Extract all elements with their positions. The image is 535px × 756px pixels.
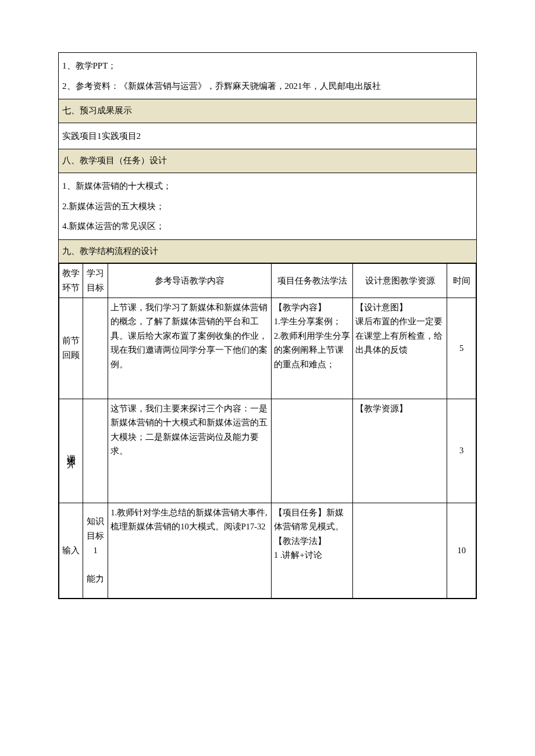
flow-time-cell: 3 <box>447 399 476 503</box>
table-row: 课绍本介 这节课，我们主要来探讨三个内容：一是新媒体营销的十大模式和新媒体运营的… <box>59 399 476 503</box>
section-7-content: 实践项目1实践项目2 <box>62 128 473 145</box>
flow-header-design: 设计意图教学资源 <box>353 264 447 298</box>
flow-task-cell: 【项目任务】新媒体营销常见模式。 【教法学法】 1 .讲解+讨论 <box>271 503 352 598</box>
flow-script-cell: 上节课，我们学习了新媒体和新媒体营销的概念，了解了新媒体营销的平台和工具。课后给… <box>108 298 272 399</box>
section-8-line-2: 2.新媒体运营的五大模块； <box>62 198 473 215</box>
table-row: 输入 知识目标1 能力 1.教师针对学生总结的新媒体营销大事件,梳理新媒体营销的… <box>59 503 476 598</box>
flow-header-script: 参考导语教学内容 <box>108 264 272 298</box>
lesson-plan-table: 1、教学PPT； 2、参考资料：《新媒体营销与运营》，乔辉麻天骁编著，2021年… <box>58 52 477 599</box>
flow-header-stage: 教学环节 <box>59 264 83 298</box>
section-7-header: 七、预习成果展示 <box>59 99 477 123</box>
section-9-inner-wrapper: 教学环节 学习目标 参考导语教学内容 项目任务教法学法 设计意图教学资源 时间 … <box>59 263 477 599</box>
section-8-line-1: 1、新媒体营销的十大模式； <box>62 178 473 195</box>
section-8-line-3: 4.新媒体运营的常见误区； <box>62 218 473 235</box>
flow-script-cell: 这节课，我们主要来探讨三个内容：一是新媒体营销的十大模式和新媒体运营的五大模块；… <box>108 399 272 503</box>
materials-line-2: 2、参考资料：《新媒体营销与运营》，乔辉麻天骁编著，2021年，人民邮电出版社 <box>62 78 473 95</box>
flow-stage-cell: 课绍本介 <box>59 399 83 503</box>
flow-time-cell: 5 <box>447 298 476 399</box>
flow-table: 教学环节 学习目标 参考导语教学内容 项目任务教法学法 设计意图教学资源 时间 … <box>59 263 476 598</box>
flow-stage-cell: 输入 <box>59 503 83 598</box>
flow-header-task: 项目任务教法学法 <box>271 264 352 298</box>
flow-header-time: 时间 <box>447 264 476 298</box>
flow-task-cell <box>271 399 352 503</box>
flow-design-cell <box>353 503 447 598</box>
section-7-content-cell: 实践项目1实践项目2 <box>59 123 477 149</box>
flow-design-cell: 【设计意图】 课后布置的作业一定要在课堂上有所检查，给出具体的反馈 <box>353 298 447 399</box>
materials-cell: 1、教学PPT； 2、参考资料：《新媒体营销与运营》，乔辉麻天骁编著，2021年… <box>59 53 477 99</box>
flow-design-cell: 【教学资源】 <box>353 399 447 503</box>
materials-line-1: 1、教学PPT； <box>62 58 473 74</box>
flow-stage-label: 输入 <box>62 546 80 555</box>
flow-goal-cell: 知识目标1 能力 <box>83 503 108 598</box>
flow-header-goal: 学习目标 <box>83 264 108 298</box>
flow-header-row: 教学环节 学习目标 参考导语教学内容 项目任务教法学法 设计意图教学资源 时间 <box>59 264 476 298</box>
flow-stage-cell: 前节回顾 <box>59 298 83 399</box>
flow-stage-label: 前节回顾 <box>62 336 80 360</box>
section-8-content-cell: 1、新媒体营销的十大模式； 2.新媒体运营的五大模块； 4.新媒体运营的常见误区… <box>59 173 477 240</box>
flow-task-cell: 【教学内容】 1.学生分享案例； 2.教师利用学生分享的案例阐释上节课的重点和难… <box>271 298 352 399</box>
flow-script-cell: 1.教师针对学生总结的新媒体营销大事件,梳理新媒体营销的10大模式。阅读P17-… <box>108 503 272 598</box>
flow-goal-cell <box>83 298 108 399</box>
section-9-header: 九、教学结构流程的设计 <box>59 239 477 263</box>
flow-time-cell: 10 <box>447 503 476 598</box>
flow-goal-cell <box>83 399 108 503</box>
section-8-header: 八、教学项目（任务）设计 <box>59 149 477 173</box>
flow-stage-label: 课绍本介 <box>64 447 79 454</box>
table-row: 前节回顾 上节课，我们学习了新媒体和新媒体营销的概念，了解了新媒体营销的平台和工… <box>59 298 476 399</box>
